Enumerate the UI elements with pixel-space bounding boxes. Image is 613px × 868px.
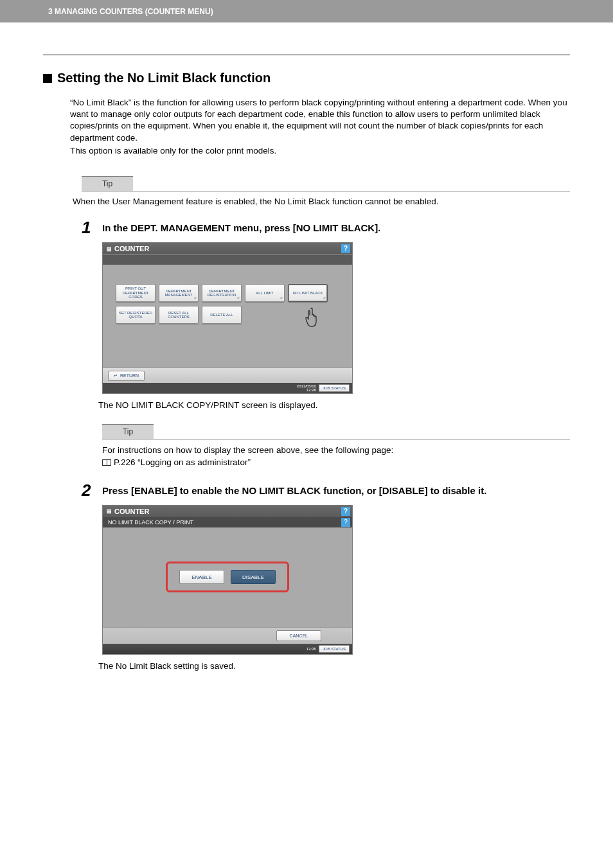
set-registered-quota-button[interactable]: SET REGISTERED QUOTA xyxy=(116,306,155,324)
job-status-button-2[interactable]: JOB STATUS xyxy=(319,645,350,653)
page: 3 MANAGING COUNTERS (COUNTER MENU) Setti… xyxy=(0,0,613,868)
screenshot-1-wrap: ▤ COUNTER ? PRINT OUT DEPARTMENT CODES D… xyxy=(102,242,570,410)
screen2-statusbar: 12:35 JOB STATUS xyxy=(103,644,352,654)
hand-pointer-icon xyxy=(304,306,323,333)
intro-paragraph-1: “No Limit Black” is the function for all… xyxy=(70,97,570,144)
screen1-row1: PRINT OUT DEPARTMENT CODES DEPARTMENT MA… xyxy=(116,284,339,302)
tip-2-line2: P.226 “Logging on as administrator” xyxy=(102,457,570,469)
step-2-caption: The No Limit Black setting is saved. xyxy=(98,661,570,671)
step-1-caption: The NO LIMIT BLACK COPY/PRINT screen is … xyxy=(98,400,570,410)
square-bullet-icon xyxy=(43,74,52,83)
enable-button[interactable]: ENABLE xyxy=(179,570,224,584)
screen1-subbar xyxy=(103,254,352,265)
tip-1-text: When the User Management feature is enab… xyxy=(73,197,570,206)
reset-all-counters-button[interactable]: RESET ALL COUNTERS xyxy=(159,306,199,324)
screen2-timestamp: 12:35 xyxy=(306,647,316,651)
tip-2-label: Tip xyxy=(102,424,154,439)
dept-registration-button[interactable]: DEPARTMENT REGISTRATION» xyxy=(202,284,242,302)
help-icon-2b[interactable]: ? xyxy=(341,518,350,527)
step-2: 2 Press [ENABLE] to enable the NO LIMIT … xyxy=(82,482,570,499)
rule-top xyxy=(43,55,570,55)
screen2-title: COUNTER xyxy=(114,508,149,515)
return-button[interactable]: ↵RETURN xyxy=(108,371,145,381)
printout-dept-codes-button[interactable]: PRINT OUT DEPARTMENT CODES xyxy=(116,284,155,302)
dept-management-button[interactable]: DEPARTMENT MANAGEMENT» xyxy=(159,284,199,302)
tip-1: Tip When the User Management feature is … xyxy=(82,176,570,206)
screenshot-2-wrap: ▤ COUNTER ? NO LIMIT BLACK COPY / PRINT … xyxy=(102,505,570,671)
no-limit-black-button[interactable]: NO LIMIT BLACK» xyxy=(288,284,328,302)
all-limit-button[interactable]: ALL LIMIT» xyxy=(245,284,285,302)
intro-paragraph-2: This option is available only for the co… xyxy=(70,145,570,157)
step-2-title: Press [ENABLE] to enable the NO LIMIT BL… xyxy=(102,482,486,499)
book-icon xyxy=(102,459,111,466)
screen1-title: COUNTER xyxy=(114,245,149,252)
delete-all-button[interactable]: DELETE ALL xyxy=(202,306,242,324)
screen2-titlebar: ▤ COUNTER ? xyxy=(103,506,352,517)
screen1-returnbar: ↵RETURN xyxy=(103,368,352,383)
tip-2-line1: For instructions on how to display the s… xyxy=(102,445,570,457)
highlight-ring: ENABLE DISABLE xyxy=(166,562,289,592)
screen1-body: PRINT OUT DEPARTMENT CODES DEPARTMENT MA… xyxy=(103,265,352,368)
chapter-title: 3 MANAGING COUNTERS (COUNTER MENU) xyxy=(48,7,213,16)
help-icon-2a[interactable]: ? xyxy=(341,507,350,516)
job-status-button[interactable]: JOB STATUS xyxy=(319,384,350,392)
step-2-number: 2 xyxy=(82,482,102,499)
cancel-button[interactable]: CANCEL xyxy=(276,630,321,641)
chapter-header: 3 MANAGING COUNTERS (COUNTER MENU) xyxy=(0,0,613,22)
tip-label: Tip xyxy=(82,176,133,191)
screen2-subbar: NO LIMIT BLACK COPY / PRINT ? xyxy=(103,517,352,527)
section-heading: Setting the No Limit Black function xyxy=(43,71,570,85)
step-1: 1 In the DEPT. MANAGEMENT menu, press [N… xyxy=(82,219,570,236)
screenshot-2: ▤ COUNTER ? NO LIMIT BLACK COPY / PRINT … xyxy=(102,505,353,655)
disable-button[interactable]: DISABLE xyxy=(231,570,276,584)
screen1-timestamp: 2011/05/10 12:28 xyxy=(297,384,316,392)
screen2-cancelbar: CANCEL xyxy=(103,627,352,644)
tip-2-text: For instructions on how to display the s… xyxy=(102,445,570,469)
screen1-titlebar: ▤ COUNTER ? xyxy=(103,243,352,254)
screen2-body: ENABLE DISABLE xyxy=(103,527,352,627)
step-1-title: In the DEPT. MANAGEMENT menu, press [NO … xyxy=(102,219,380,236)
intro-block: “No Limit Black” is the function for all… xyxy=(70,97,570,157)
tip-divider xyxy=(82,191,570,191)
help-icon[interactable]: ? xyxy=(341,244,350,253)
content-area: Setting the No Limit Black function “No … xyxy=(0,22,613,671)
tip-2: Tip For instructions on how to display t… xyxy=(102,424,570,469)
section-title-text: Setting the No Limit Black function xyxy=(57,71,271,85)
screen1-statusbar: 2011/05/10 12:28 JOB STATUS xyxy=(103,383,352,393)
step-1-number: 1 xyxy=(82,219,102,236)
tip-2-divider xyxy=(102,439,570,439)
screenshot-1: ▤ COUNTER ? PRINT OUT DEPARTMENT CODES D… xyxy=(102,242,353,394)
